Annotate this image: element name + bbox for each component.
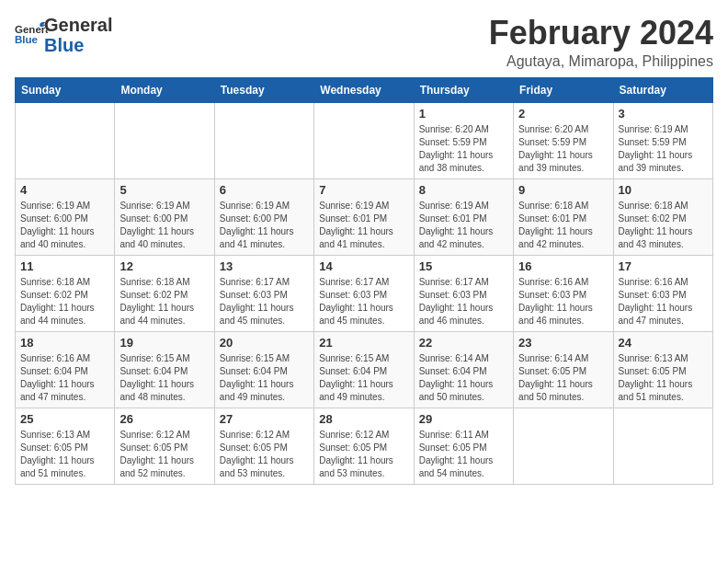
calendar-cell: 10Sunrise: 6:18 AM Sunset: 6:02 PM Dayli… — [613, 178, 712, 255]
day-info: Sunrise: 6:17 AM Sunset: 6:03 PM Dayligh… — [319, 276, 408, 327]
day-info: Sunrise: 6:19 AM Sunset: 6:00 PM Dayligh… — [220, 200, 309, 251]
calendar-cell: 5Sunrise: 6:19 AM Sunset: 6:00 PM Daylig… — [115, 178, 214, 255]
weekday-header-tuesday: Tuesday — [214, 77, 313, 102]
calendar-cell: 9Sunrise: 6:18 AM Sunset: 6:01 PM Daylig… — [514, 178, 613, 255]
calendar-cell — [314, 102, 414, 178]
day-number: 13 — [220, 259, 309, 273]
svg-text:Blue: Blue — [15, 34, 39, 45]
day-info: Sunrise: 6:13 AM Sunset: 6:05 PM Dayligh… — [619, 352, 708, 404]
month-title: February 2024 — [489, 15, 713, 52]
calendar-cell: 1Sunrise: 6:20 AM Sunset: 5:59 PM Daylig… — [414, 102, 513, 178]
calendar-cell: 15Sunrise: 6:17 AM Sunset: 6:03 PM Dayli… — [414, 255, 513, 331]
calendar-cell: 14Sunrise: 6:17 AM Sunset: 6:03 PM Dayli… — [314, 255, 414, 331]
day-number: 3 — [619, 107, 708, 121]
day-number: 20 — [220, 336, 309, 350]
day-number: 9 — [518, 183, 608, 197]
calendar-cell: 27Sunrise: 6:12 AM Sunset: 6:05 PM Dayli… — [214, 408, 313, 484]
day-info: Sunrise: 6:19 AM Sunset: 6:00 PM Dayligh… — [119, 200, 209, 251]
day-info: Sunrise: 6:18 AM Sunset: 6:02 PM Dayligh… — [119, 276, 209, 327]
day-number: 1 — [419, 107, 508, 121]
day-info: Sunrise: 6:20 AM Sunset: 5:59 PM Dayligh… — [518, 123, 608, 175]
day-number: 7 — [319, 183, 408, 197]
day-number: 2 — [518, 107, 608, 121]
calendar-cell: 17Sunrise: 6:16 AM Sunset: 6:03 PM Dayli… — [613, 255, 712, 331]
calendar-cell — [16, 102, 115, 178]
calendar-cell: 11Sunrise: 6:18 AM Sunset: 6:02 PM Dayli… — [16, 255, 115, 331]
day-number: 11 — [20, 259, 109, 273]
day-info: Sunrise: 6:11 AM Sunset: 6:05 PM Dayligh… — [419, 429, 508, 480]
weekday-header-monday: Monday — [115, 77, 214, 102]
week-row-2: 11Sunrise: 6:18 AM Sunset: 6:02 PM Dayli… — [16, 255, 713, 331]
calendar-cell: 26Sunrise: 6:12 AM Sunset: 6:05 PM Dayli… — [115, 408, 214, 484]
day-info: Sunrise: 6:12 AM Sunset: 6:05 PM Dayligh… — [119, 429, 209, 480]
day-info: Sunrise: 6:19 AM Sunset: 5:59 PM Dayligh… — [619, 123, 708, 175]
calendar-cell: 12Sunrise: 6:18 AM Sunset: 6:02 PM Dayli… — [115, 255, 214, 331]
logo-icon: General Blue — [15, 18, 48, 52]
calendar-cell: 7Sunrise: 6:19 AM Sunset: 6:01 PM Daylig… — [314, 178, 414, 255]
day-number: 26 — [119, 412, 209, 426]
calendar-cell: 24Sunrise: 6:13 AM Sunset: 6:05 PM Dayli… — [613, 331, 712, 408]
day-number: 8 — [419, 183, 508, 197]
calendar-cell: 29Sunrise: 6:11 AM Sunset: 6:05 PM Dayli… — [414, 408, 513, 484]
day-info: Sunrise: 6:18 AM Sunset: 6:01 PM Dayligh… — [518, 200, 608, 251]
calendar-cell: 2Sunrise: 6:20 AM Sunset: 5:59 PM Daylig… — [514, 102, 613, 178]
day-number: 28 — [319, 412, 408, 426]
day-number: 15 — [419, 259, 508, 273]
weekday-header-sunday: Sunday — [16, 77, 115, 102]
logo-blue: Blue — [44, 35, 112, 55]
weekday-header-wednesday: Wednesday — [314, 77, 414, 102]
day-number: 14 — [319, 259, 408, 273]
day-number: 12 — [119, 259, 209, 273]
day-info: Sunrise: 6:12 AM Sunset: 6:05 PM Dayligh… — [319, 429, 408, 480]
calendar-cell — [613, 408, 712, 484]
day-info: Sunrise: 6:19 AM Sunset: 6:01 PM Dayligh… — [419, 200, 508, 251]
weekday-header-friday: Friday — [514, 77, 613, 102]
day-info: Sunrise: 6:14 AM Sunset: 6:05 PM Dayligh… — [518, 352, 608, 404]
day-info: Sunrise: 6:15 AM Sunset: 6:04 PM Dayligh… — [119, 352, 209, 404]
page-header: General Blue General Blue February 2024 … — [15, 15, 713, 70]
day-info: Sunrise: 6:16 AM Sunset: 6:03 PM Dayligh… — [619, 276, 708, 327]
day-number: 6 — [220, 183, 309, 197]
day-number: 4 — [20, 183, 109, 197]
calendar-cell: 4Sunrise: 6:19 AM Sunset: 6:00 PM Daylig… — [16, 178, 115, 255]
day-info: Sunrise: 6:18 AM Sunset: 6:02 PM Dayligh… — [20, 276, 109, 327]
calendar-table: SundayMondayTuesdayWednesdayThursdayFrid… — [15, 77, 713, 485]
calendar-cell: 23Sunrise: 6:14 AM Sunset: 6:05 PM Dayli… — [514, 331, 613, 408]
day-number: 22 — [419, 336, 508, 350]
day-info: Sunrise: 6:20 AM Sunset: 5:59 PM Dayligh… — [419, 123, 508, 175]
day-info: Sunrise: 6:18 AM Sunset: 6:02 PM Dayligh… — [619, 200, 708, 251]
weekday-header-saturday: Saturday — [613, 77, 712, 102]
calendar-cell: 28Sunrise: 6:12 AM Sunset: 6:05 PM Dayli… — [314, 408, 414, 484]
calendar-cell — [514, 408, 613, 484]
calendar-cell: 8Sunrise: 6:19 AM Sunset: 6:01 PM Daylig… — [414, 178, 513, 255]
day-number: 5 — [119, 183, 209, 197]
title-block: February 2024 Agutaya, Mimaropa, Philipp… — [489, 15, 713, 70]
day-info: Sunrise: 6:13 AM Sunset: 6:05 PM Dayligh… — [20, 429, 109, 480]
calendar-cell — [214, 102, 313, 178]
day-info: Sunrise: 6:14 AM Sunset: 6:04 PM Dayligh… — [419, 352, 508, 404]
day-number: 24 — [619, 336, 708, 350]
calendar-header: SundayMondayTuesdayWednesdayThursdayFrid… — [16, 77, 713, 102]
logo-general: General — [44, 15, 112, 35]
day-number: 10 — [619, 183, 708, 197]
calendar-cell: 25Sunrise: 6:13 AM Sunset: 6:05 PM Dayli… — [16, 408, 115, 484]
day-info: Sunrise: 6:17 AM Sunset: 6:03 PM Dayligh… — [419, 276, 508, 327]
calendar-cell: 19Sunrise: 6:15 AM Sunset: 6:04 PM Dayli… — [115, 331, 214, 408]
calendar-cell: 18Sunrise: 6:16 AM Sunset: 6:04 PM Dayli… — [16, 331, 115, 408]
day-info: Sunrise: 6:16 AM Sunset: 6:04 PM Dayligh… — [20, 352, 109, 404]
day-info: Sunrise: 6:16 AM Sunset: 6:03 PM Dayligh… — [518, 276, 608, 327]
day-number: 18 — [20, 336, 109, 350]
day-info: Sunrise: 6:17 AM Sunset: 6:03 PM Dayligh… — [220, 276, 309, 327]
location-title: Agutaya, Mimaropa, Philippines — [489, 53, 713, 70]
week-row-1: 4Sunrise: 6:19 AM Sunset: 6:00 PM Daylig… — [16, 178, 713, 255]
day-number: 23 — [518, 336, 608, 350]
day-number: 29 — [419, 412, 508, 426]
day-info: Sunrise: 6:19 AM Sunset: 6:01 PM Dayligh… — [319, 200, 408, 251]
day-info: Sunrise: 6:15 AM Sunset: 6:04 PM Dayligh… — [220, 352, 309, 404]
calendar-cell: 22Sunrise: 6:14 AM Sunset: 6:04 PM Dayli… — [414, 331, 513, 408]
calendar-body: 1Sunrise: 6:20 AM Sunset: 5:59 PM Daylig… — [16, 102, 713, 484]
day-info: Sunrise: 6:15 AM Sunset: 6:04 PM Dayligh… — [319, 352, 408, 404]
day-number: 17 — [619, 259, 708, 273]
calendar-cell — [115, 102, 214, 178]
calendar-cell: 13Sunrise: 6:17 AM Sunset: 6:03 PM Dayli… — [214, 255, 313, 331]
